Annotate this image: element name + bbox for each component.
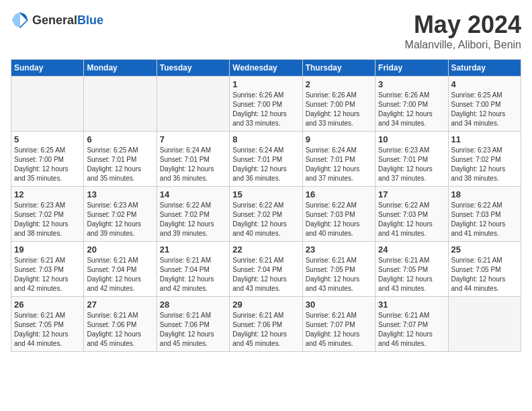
day-cell: 22Sunrise: 6:21 AM Sunset: 7:04 PM Dayli… — [230, 242, 302, 297]
day-cell — [448, 297, 521, 352]
day-cell: 12Sunrise: 6:23 AM Sunset: 7:02 PM Dayli… — [11, 187, 84, 242]
day-number: 5 — [14, 134, 81, 144]
day-number: 9 — [306, 134, 372, 144]
weekday-header-saturday: Saturday — [448, 60, 521, 77]
day-detail: Sunrise: 6:25 AM Sunset: 7:00 PM Dayligh… — [14, 146, 81, 183]
day-detail: Sunrise: 6:21 AM Sunset: 7:05 PM Dayligh… — [306, 256, 372, 293]
day-detail: Sunrise: 6:22 AM Sunset: 7:03 PM Dayligh… — [306, 201, 372, 238]
day-number: 28 — [160, 300, 226, 310]
day-cell: 31Sunrise: 6:21 AM Sunset: 7:07 PM Dayli… — [375, 297, 448, 352]
day-number: 25 — [451, 244, 518, 255]
day-detail: Sunrise: 6:24 AM Sunset: 7:01 PM Dayligh… — [306, 146, 372, 183]
day-cell: 10Sunrise: 6:23 AM Sunset: 7:01 PM Dayli… — [375, 132, 448, 187]
day-number: 22 — [232, 244, 299, 255]
day-cell: 27Sunrise: 6:21 AM Sunset: 7:06 PM Dayli… — [84, 297, 157, 352]
day-number: 11 — [451, 134, 518, 144]
day-detail: Sunrise: 6:21 AM Sunset: 7:07 PM Dayligh… — [306, 311, 372, 349]
day-number: 31 — [378, 300, 445, 310]
day-number: 30 — [306, 300, 372, 310]
day-cell — [157, 77, 229, 132]
day-detail: Sunrise: 6:26 AM Sunset: 7:00 PM Dayligh… — [378, 91, 445, 128]
weekday-header-monday: Monday — [84, 60, 157, 77]
day-cell: 13Sunrise: 6:23 AM Sunset: 7:02 PM Dayli… — [84, 187, 157, 242]
day-detail: Sunrise: 6:21 AM Sunset: 7:07 PM Dayligh… — [378, 311, 445, 349]
day-cell: 19Sunrise: 6:21 AM Sunset: 7:03 PM Dayli… — [11, 242, 84, 297]
day-cell: 2Sunrise: 6:26 AM Sunset: 7:00 PM Daylig… — [302, 77, 375, 132]
day-detail: Sunrise: 6:21 AM Sunset: 7:05 PM Dayligh… — [451, 256, 518, 293]
day-detail: Sunrise: 6:21 AM Sunset: 7:04 PM Dayligh… — [160, 256, 226, 293]
day-number: 6 — [87, 134, 153, 144]
day-detail: Sunrise: 6:25 AM Sunset: 7:00 PM Dayligh… — [451, 91, 518, 128]
day-detail: Sunrise: 6:21 AM Sunset: 7:06 PM Dayligh… — [160, 311, 226, 349]
day-detail: Sunrise: 6:24 AM Sunset: 7:01 PM Dayligh… — [232, 146, 299, 183]
day-detail: Sunrise: 6:21 AM Sunset: 7:05 PM Dayligh… — [378, 256, 445, 293]
day-cell: 21Sunrise: 6:21 AM Sunset: 7:04 PM Dayli… — [157, 242, 229, 297]
day-cell: 1Sunrise: 6:26 AM Sunset: 7:00 PM Daylig… — [230, 77, 302, 132]
day-number: 27 — [87, 300, 153, 310]
day-cell: 15Sunrise: 6:22 AM Sunset: 7:02 PM Dayli… — [230, 187, 302, 242]
day-cell: 26Sunrise: 6:21 AM Sunset: 7:05 PM Dayli… — [11, 297, 84, 352]
calendar-table: SundayMondayTuesdayWednesdayThursdayFrid… — [11, 59, 521, 352]
day-number: 21 — [160, 244, 226, 255]
page-header: GeneralBlue May 2024 Malanville, Alibori… — [11, 11, 521, 51]
day-detail: Sunrise: 6:21 AM Sunset: 7:05 PM Dayligh… — [14, 311, 81, 349]
day-cell: 20Sunrise: 6:21 AM Sunset: 7:04 PM Dayli… — [84, 242, 157, 297]
location-subtitle: Malanville, Alibori, Benin — [405, 39, 521, 51]
day-cell: 11Sunrise: 6:23 AM Sunset: 7:02 PM Dayli… — [448, 132, 521, 187]
week-row-4: 19Sunrise: 6:21 AM Sunset: 7:03 PM Dayli… — [11, 242, 521, 297]
day-cell: 23Sunrise: 6:21 AM Sunset: 7:05 PM Dayli… — [302, 242, 375, 297]
day-number: 15 — [232, 189, 299, 199]
weekday-header-tuesday: Tuesday — [157, 60, 229, 77]
day-cell: 25Sunrise: 6:21 AM Sunset: 7:05 PM Dayli… — [448, 242, 521, 297]
day-cell: 6Sunrise: 6:25 AM Sunset: 7:01 PM Daylig… — [84, 132, 157, 187]
day-detail: Sunrise: 6:21 AM Sunset: 7:03 PM Dayligh… — [14, 256, 81, 293]
day-number: 14 — [160, 189, 226, 199]
logo-icon — [11, 11, 30, 30]
day-detail: Sunrise: 6:22 AM Sunset: 7:03 PM Dayligh… — [378, 201, 445, 238]
day-cell: 29Sunrise: 6:21 AM Sunset: 7:06 PM Dayli… — [230, 297, 302, 352]
day-cell: 3Sunrise: 6:26 AM Sunset: 7:00 PM Daylig… — [375, 77, 448, 132]
day-number: 2 — [306, 79, 372, 89]
day-detail: Sunrise: 6:24 AM Sunset: 7:01 PM Dayligh… — [160, 146, 226, 183]
day-cell: 5Sunrise: 6:25 AM Sunset: 7:00 PM Daylig… — [11, 132, 84, 187]
day-detail: Sunrise: 6:26 AM Sunset: 7:00 PM Dayligh… — [306, 91, 372, 128]
day-cell: 28Sunrise: 6:21 AM Sunset: 7:06 PM Dayli… — [157, 297, 229, 352]
day-cell: 17Sunrise: 6:22 AM Sunset: 7:03 PM Dayli… — [375, 187, 448, 242]
day-number: 20 — [87, 244, 153, 255]
day-number: 26 — [14, 300, 81, 310]
day-detail: Sunrise: 6:26 AM Sunset: 7:00 PM Dayligh… — [232, 91, 299, 128]
day-number: 29 — [232, 300, 299, 310]
week-row-5: 26Sunrise: 6:21 AM Sunset: 7:05 PM Dayli… — [11, 297, 521, 352]
logo-text: GeneralBlue — [32, 13, 103, 28]
day-number: 17 — [378, 189, 445, 199]
day-cell: 7Sunrise: 6:24 AM Sunset: 7:01 PM Daylig… — [157, 132, 229, 187]
day-cell: 18Sunrise: 6:22 AM Sunset: 7:03 PM Dayli… — [448, 187, 521, 242]
day-number: 7 — [160, 134, 226, 144]
day-detail: Sunrise: 6:25 AM Sunset: 7:01 PM Dayligh… — [87, 146, 153, 183]
day-number: 16 — [306, 189, 372, 199]
logo[interactable]: GeneralBlue — [11, 11, 103, 30]
day-number: 3 — [378, 79, 445, 89]
day-number: 19 — [14, 244, 81, 255]
day-detail: Sunrise: 6:21 AM Sunset: 7:06 PM Dayligh… — [87, 311, 153, 349]
day-detail: Sunrise: 6:22 AM Sunset: 7:03 PM Dayligh… — [451, 201, 518, 238]
day-number: 4 — [451, 79, 518, 89]
day-detail: Sunrise: 6:23 AM Sunset: 7:02 PM Dayligh… — [87, 201, 153, 238]
day-cell — [84, 77, 157, 132]
day-number: 24 — [378, 244, 445, 255]
day-number: 1 — [232, 79, 299, 89]
weekday-header-row: SundayMondayTuesdayWednesdayThursdayFrid… — [11, 60, 521, 77]
day-number: 23 — [306, 244, 372, 255]
day-number: 13 — [87, 189, 153, 199]
day-detail: Sunrise: 6:23 AM Sunset: 7:02 PM Dayligh… — [451, 146, 518, 183]
day-number: 8 — [232, 134, 299, 144]
week-row-3: 12Sunrise: 6:23 AM Sunset: 7:02 PM Dayli… — [11, 187, 521, 242]
day-detail: Sunrise: 6:22 AM Sunset: 7:02 PM Dayligh… — [232, 201, 299, 238]
day-number: 10 — [378, 134, 445, 144]
day-cell: 4Sunrise: 6:25 AM Sunset: 7:00 PM Daylig… — [448, 77, 521, 132]
day-detail: Sunrise: 6:21 AM Sunset: 7:04 PM Dayligh… — [232, 256, 299, 293]
day-cell: 8Sunrise: 6:24 AM Sunset: 7:01 PM Daylig… — [230, 132, 302, 187]
day-detail: Sunrise: 6:22 AM Sunset: 7:02 PM Dayligh… — [160, 201, 226, 238]
day-cell: 24Sunrise: 6:21 AM Sunset: 7:05 PM Dayli… — [375, 242, 448, 297]
day-number: 18 — [451, 189, 518, 199]
